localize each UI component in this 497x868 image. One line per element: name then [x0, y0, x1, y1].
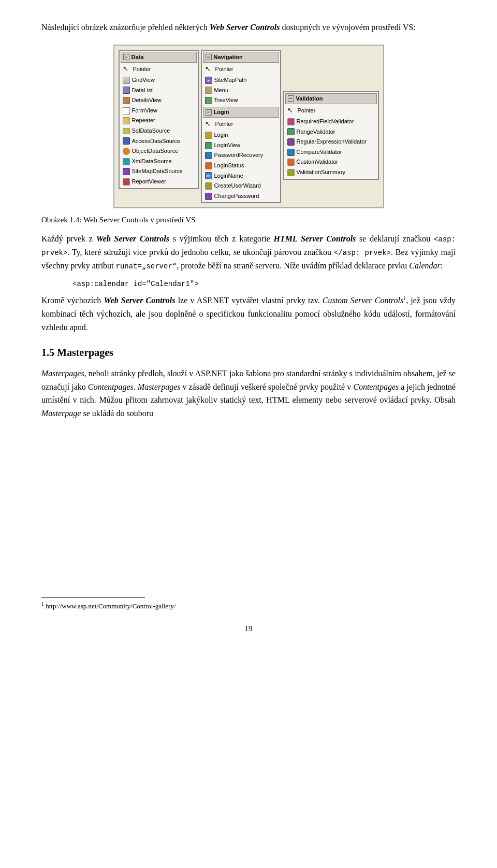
figure-container: − Data ↖ Pointer GridView DataList Detai…: [41, 45, 456, 209]
toolbox-item-pointer-data: ↖ Pointer: [121, 63, 197, 75]
intro-paragraph: Následující obrázek znázorňuje přehled n…: [41, 21, 456, 34]
toolbox-item-treeview: TreeView: [203, 95, 279, 106]
toolbox-item-changepassword: ChangePassword: [203, 191, 279, 202]
toolbox-item-validationsummary: ValidationSummary: [285, 167, 377, 178]
login-panel-header: − Login: [203, 107, 279, 118]
toolbox-item-loginstatus: LoginStatus: [203, 161, 279, 171]
para-webservercontrols: Každý prvek z Web Server Controls s výji…: [41, 232, 456, 272]
vs-toolbox-image: − Data ↖ Pointer GridView DataList Detai…: [113, 45, 384, 209]
toolbox-item-sitemappath: ≫ SiteMapPath: [203, 75, 279, 86]
toolbox-item-sitemapdatasource: SiteMapDataSource: [121, 166, 197, 177]
toolbox-item-gridview: GridView: [121, 75, 197, 86]
section-heading: 1.5 Masterpages: [41, 344, 456, 361]
toolbox-item-pointer-login: ↖ Pointer: [203, 118, 279, 130]
para-custom: Kromě výchozích Web Server Controls lze …: [41, 294, 456, 334]
toolbox-item-comparevalidator: CompareValidator: [285, 147, 377, 158]
toolbox-item-requiredfieldvalidator: RequiredFieldValidator: [285, 117, 377, 127]
toolbox-item-detailsview: DetailsView: [121, 95, 197, 106]
data-panel-header: − Data: [121, 52, 197, 63]
toolbox-item-accessdatasource: AccessDataSource: [121, 136, 197, 147]
navigation-panel-header: − Navigation: [203, 52, 279, 63]
toolbox-item-login: Login: [203, 130, 279, 140]
toolbox-item-sqldatasource: SqlDataSource: [121, 126, 197, 136]
toolbox-item-createuserwizard: CreateUserWizard: [203, 181, 279, 191]
toolbox-item-menu: Menu: [203, 86, 279, 96]
navigation-panel: − Navigation ↖ Pointer ≫ SiteMapPath Men…: [201, 50, 281, 204]
footnote: 1 http://www.asp.net/Community/Control-g…: [41, 600, 456, 612]
figure-caption: Obrázek 1.4: Web Server Controls v prost…: [41, 214, 456, 226]
footnote-divider: [41, 597, 145, 598]
toolbox-item-objectdatasource: ObjectDataSource: [121, 146, 197, 156]
toolbox-item-repeater: Repeater: [121, 116, 197, 126]
toolbox-item-passwordrecovery: PasswordRecovery: [203, 150, 279, 161]
toolbox-item-formview: FormView: [121, 106, 197, 116]
toolbox-item-datalist: DataList: [121, 86, 197, 96]
login-panel: − Login ↖ Pointer Login LoginView: [203, 107, 279, 202]
toolbox-item-pointer-val: ↖ Pointer: [285, 105, 377, 117]
toolbox-item-xmldatasource: XmlDataSource: [121, 156, 197, 167]
page-number: 19: [41, 622, 456, 635]
masterpages-paragraph: Masterpages, neboli stránky předloh, slo…: [41, 367, 456, 420]
toolbox-item-reportviewer: ReportViewer: [121, 177, 197, 187]
main-content: Následující obrázek znázorňuje přehled n…: [41, 21, 456, 635]
toolbox-item-regularexpressionvalidator: RegularExpressionValidator: [285, 137, 377, 147]
data-panel: − Data ↖ Pointer GridView DataList Detai…: [119, 50, 199, 189]
footnote-sup: 1: [403, 295, 406, 301]
toolbox-item-loginname: ab LoginName: [203, 171, 279, 181]
validation-panel: − Validation ↖ Pointer RequiredFieldVali…: [283, 91, 379, 180]
toolbox-item-customvalidator: CustomValidator: [285, 157, 377, 167]
code-example: <asp:calendar id="Calendar1">: [72, 278, 456, 290]
footnote-section: 1 http://www.asp.net/Community/Control-g…: [41, 426, 456, 612]
toolbox-item-pointer-nav: ↖ Pointer: [203, 63, 279, 75]
toolbox-item-rangevalidator: RangeValidator: [285, 127, 377, 137]
toolbox-item-loginview: LoginView: [203, 140, 279, 151]
validation-panel-header: − Validation: [285, 93, 377, 105]
